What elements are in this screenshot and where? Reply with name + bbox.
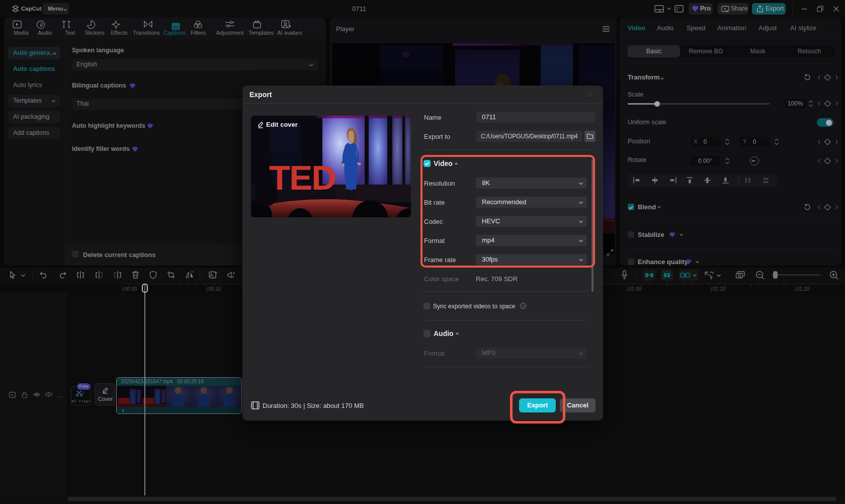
svg-text:TED: TED [269,158,335,197]
